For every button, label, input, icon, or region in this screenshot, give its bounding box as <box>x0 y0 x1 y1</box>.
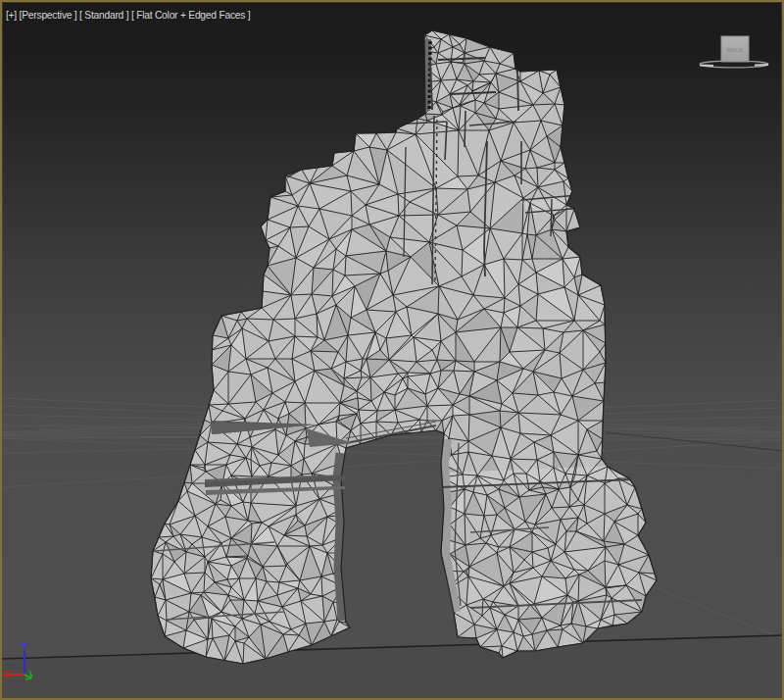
svg-text:[+] [Perspective ] [ Standard: [+] [Perspective ] [ Standard ] [ Flat C… <box>6 10 251 21</box>
svg-text:Z: Z <box>22 641 27 651</box>
svg-text:BACK: BACK <box>727 47 743 53</box>
